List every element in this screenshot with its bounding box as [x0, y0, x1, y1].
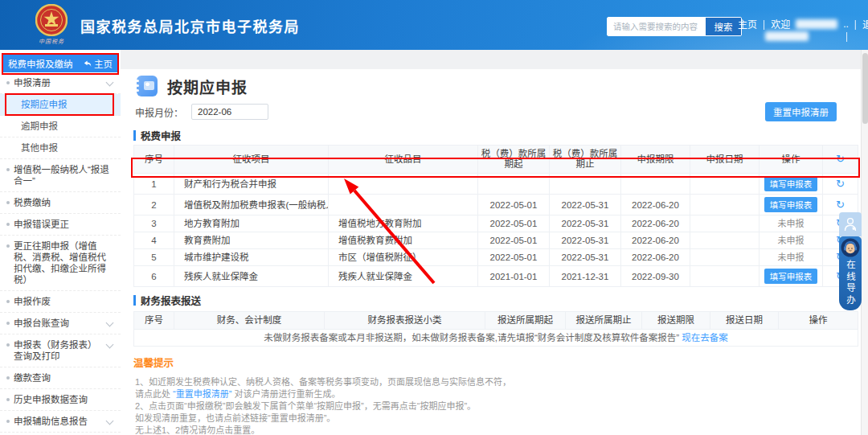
month-input[interactable] [191, 104, 268, 120]
search-button[interactable]: 搜索 [706, 18, 741, 35]
status-not-declared: 未申报 [778, 219, 805, 228]
bullet-icon [6, 201, 10, 204]
masked-username [796, 19, 837, 29]
table-row: 1 财产和行为税合并申报 填写申报表 ↻ [134, 174, 858, 195]
online-guide-label: 在线导办 [844, 260, 857, 306]
sidebar-item-periodic-due-declaration[interactable]: 按期应申报 [0, 94, 121, 116]
welcome-label: 欢迎 [771, 17, 790, 31]
float-widgets: 在线导办 [839, 212, 862, 310]
col-accounting-system: 财务、会计制度 [174, 312, 325, 330]
customer-service-avatar [841, 238, 860, 257]
fill-report-button[interactable]: 填写申报表 [764, 197, 818, 212]
section-title-finance: 财务报表报送 [133, 293, 858, 306]
nav-separator: | [854, 18, 857, 30]
national-emblem-icon [35, 4, 68, 36]
sidebar-item-declaration-void[interactable]: 申报作废 [0, 291, 121, 313]
chevron-down-icon [106, 319, 114, 327]
site-title: 国家税务总局北京市电子税务局 [80, 15, 300, 36]
sidebar-item-overdue-declaration[interactable]: 逾期申报 [0, 116, 121, 137]
tip-line: 2、点击页面“申报缴税”即会触发下属首个菜单“按期应申报”，无需再点击“按期应申… [135, 400, 837, 412]
search-input[interactable] [608, 18, 706, 35]
sidebar-item-declaration-auxiliary-info[interactable]: 申报辅助信息报告 [0, 411, 121, 433]
sidebar-item-correct-prior-declaration[interactable]: 更正往期申报（增值税、消费税、增值税代扣代缴、扣缴企业所得税） [0, 236, 121, 291]
reset-declaration-list-button[interactable]: 重置申报清册 [765, 102, 837, 121]
sidebar-header[interactable]: 税费申报及缴纳 主页 [2, 55, 118, 72]
refresh-icon[interactable]: ↻ [836, 154, 845, 164]
tip-line: 1、如近期发生税费种认定、纳税人资格、备案等税务事项变动，页面展现信息与实际信息… [135, 376, 837, 388]
section-bar [133, 295, 136, 306]
chevron-down-icon [106, 79, 114, 87]
col-action: 操作 [779, 312, 858, 330]
table-header-row: 序号 财务、会计制度 财务报表报送小类 报送所属期起 报送所属期止 报送期限 报… [134, 312, 858, 330]
tips-section: 温馨提示 1、如近期发生税费种认定、纳税人资格、备案等税务事项变动，页面展现信息… [133, 355, 837, 435]
table-header-row: 序号 征收项目 征收品目 税（费）款所属期起 税（费）款所属期止 申报期限 申报… [134, 146, 858, 174]
section-title-tax: 税费申报 [133, 129, 858, 142]
col-submit-deadline: 报送期限 [642, 312, 710, 330]
content-top-strip [121, 50, 861, 69]
status-not-declared: 未申报 [778, 252, 805, 262]
col-submit-end: 报送所属期止 [566, 312, 642, 330]
refresh-icon[interactable]: ↻ [836, 199, 845, 210]
bullet-icon [6, 420, 10, 423]
sidebar-menu: 申报清册 按期应申报 逾期申报 其他申报 增值税一般纳税人“报退合一” 税费缴纳 [0, 72, 121, 435]
scrollbar[interactable] [861, 50, 868, 435]
user-widget-button[interactable] [839, 212, 862, 236]
bullet-icon [6, 223, 10, 226]
sidebar: 税费申报及缴纳 主页 申报清册 按期应申报 逾期申报 其他申报 [0, 50, 121, 435]
nav-separator: | [845, 31, 848, 42]
section-bar [133, 130, 136, 141]
refresh-icon[interactable]: ↻ [836, 179, 845, 189]
sidebar-item-payment-query[interactable]: 缴款查询 [0, 367, 121, 389]
sidebar-item-history-declaration-query[interactable]: 历史申报数据查询 [0, 389, 121, 411]
tip-line: 如发现清册重复，也请点前述链接“重置申报清册”。 [135, 412, 837, 425]
page-title: 按期应申报 [167, 76, 248, 97]
nav-home-link[interactable]: 主页 [738, 17, 757, 31]
bullet-icon [6, 376, 10, 380]
sidebar-item-vat-general-taxpayer[interactable]: 增值税一般纳税人“报退合一” [0, 159, 121, 192]
col-report-subclass: 财务报表报送小类 [325, 312, 485, 330]
bullet-icon [6, 244, 10, 248]
user-star-icon [844, 217, 857, 232]
fill-report-button[interactable]: 填写申报表 [764, 269, 818, 284]
tips-title: 温馨提示 [133, 355, 837, 370]
col-seq: 序号 [134, 312, 174, 330]
month-label: 申报月份： [135, 105, 183, 119]
sidebar-item-declaration-ledger-query[interactable]: 申报台账查询 [0, 313, 121, 334]
col-date: 申报日期 [690, 146, 760, 174]
page: 中国税务 国家税务总局北京市电子税务局 搜索 主页 | 欢迎 .. | 退出 |… [0, 0, 868, 435]
table-row: 4 教育费附加 增值税教育费附加 2022-05-01 2022-05-31 2… [134, 232, 858, 249]
sidebar-item-other-declaration[interactable]: 其他申报 [0, 137, 121, 159]
emblem-caption: 中国税务 [32, 37, 71, 45]
sidebar-item-report-query-print[interactable]: 申报表（财务报表）查询及打印 [0, 334, 121, 367]
bullet-icon [6, 168, 10, 171]
finance-empty-note: 未做财务报表备案或本月非报送期，如未做财务报表备案,请先填报“财务会计制度及核算… [134, 330, 858, 347]
col-project: 征收项目 [174, 146, 329, 174]
status-not-declared: 未申报 [778, 236, 805, 245]
col-submit-start: 报送所属期起 [485, 312, 566, 330]
table-row: 3 地方教育附加 增值税地方教育附加 2022-05-01 2022-05-31… [134, 215, 858, 232]
sidebar-item-declaration-roster[interactable]: 申报清册 [0, 72, 121, 94]
chevron-down-icon [106, 341, 114, 349]
tip-line: 请点此处 “重置申报清册” 对该户清册进行重新生成。 [135, 388, 837, 400]
reset-declaration-list-link[interactable]: “重置申报清册” [173, 389, 231, 399]
sidebar-item-tax-payment[interactable]: 税费缴纳 [0, 192, 121, 214]
bullet-icon [6, 300, 10, 303]
go-backup-link[interactable]: 现在去备案 [682, 333, 728, 343]
logout-link[interactable]: 退出 [862, 17, 868, 31]
top-header: 中国税务 国家税务总局北京市电子税务局 搜索 主页 | 欢迎 .. | 退出 | [0, 0, 868, 50]
fill-report-button[interactable]: 填写申报表 [764, 176, 818, 191]
report-icon [137, 76, 158, 96]
col-action: 操作 [760, 146, 823, 174]
col-seq: 序号 [134, 146, 174, 174]
col-refresh: ↻ [823, 146, 858, 174]
online-guide-button[interactable]: 在线导办 [839, 236, 862, 310]
top-nav: 主页 | 欢迎 .. | 退出 [738, 17, 868, 31]
bullet-icon [6, 322, 10, 325]
sidebar-home-link[interactable]: 主页 [84, 57, 113, 70]
scrollbar-thumb[interactable] [862, 53, 868, 124]
header-search: 搜索 [607, 17, 742, 36]
nav-ellipsis: .. [843, 18, 849, 30]
sidebar-item-declaration-error-correction[interactable]: 申报错误更正 [0, 214, 121, 236]
chevron-down-icon [106, 417, 114, 425]
filter-row: 申报月份： 重置申报清册 [135, 103, 837, 121]
